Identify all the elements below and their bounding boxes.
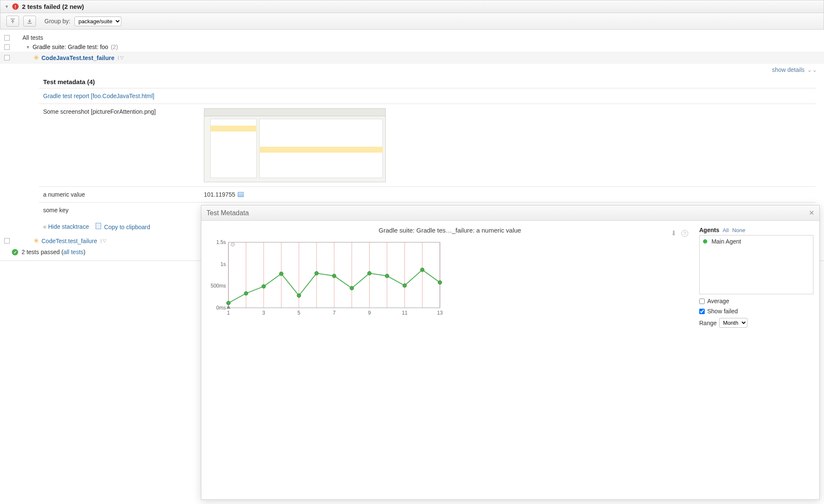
- star-icon: ✳: [33, 237, 39, 245]
- hide-prefix: «: [43, 223, 47, 230]
- chart-area: ⬇ ? Gradle suite: Gradle tes…_failure: a…: [207, 227, 692, 264]
- some-key: some key: [43, 207, 195, 214]
- details-link-row: show details ⌄⌄: [0, 64, 824, 76]
- agents-all-link[interactable]: All: [722, 227, 728, 233]
- download-icon[interactable]: ⬇: [671, 229, 676, 237]
- svg-text:1s: 1s: [220, 261, 226, 264]
- help-icon[interactable]: ?: [681, 230, 688, 237]
- gear-icon[interactable]: ⚙: [230, 241, 236, 248]
- passed-text: 2 tests passed (: [22, 249, 63, 255]
- checkbox[interactable]: [4, 238, 10, 244]
- download-button[interactable]: [23, 16, 36, 27]
- collapse-up-button[interactable]: [6, 16, 19, 27]
- show-details-link[interactable]: show details: [772, 66, 805, 73]
- caret-down-icon[interactable]: ▼: [26, 45, 30, 49]
- agents-area: Agents All None Main Agent Average Show …: [699, 227, 813, 264]
- all-tests-row[interactable]: All tests: [0, 33, 824, 42]
- checkbox[interactable]: [4, 35, 10, 41]
- numeric-key: a numeric value: [43, 191, 195, 198]
- agents-title: Agents: [699, 227, 719, 233]
- arrow-up-bar-icon: [10, 18, 16, 24]
- group-by-select[interactable]: package/suite: [74, 16, 121, 26]
- disclosure-caret-icon[interactable]: ▼: [5, 4, 9, 9]
- download-icon: [27, 18, 33, 24]
- header-title: 2 tests failed (2 new): [22, 3, 84, 10]
- agent-name: Main Agent: [711, 238, 741, 245]
- test-name-2[interactable]: CodeTest.test_failure: [41, 238, 97, 244]
- copy-clipboard-link[interactable]: Copy to clipboard: [104, 224, 150, 230]
- group-by-label: Group by:: [44, 18, 70, 25]
- test-metadata-panel: Test Metadata ✕ ⬇ ? Gradle suite: Gradle…: [201, 205, 820, 264]
- meta-row-screenshot: Some screenshot [pictureForAttention.png…: [39, 104, 816, 186]
- tests-failed-header: ▼ ! 2 tests failed (2 new): [0, 0, 824, 13]
- hide-stacktrace-link[interactable]: Hide stacktrace: [48, 223, 89, 230]
- star-icon: ✳: [33, 54, 39, 62]
- pipe-caret-icon[interactable]: | ▽: [118, 55, 124, 60]
- all-tests-label: All tests: [22, 34, 43, 41]
- test-name-1[interactable]: CodeJavaTest.test_failure: [41, 55, 114, 61]
- agents-list: Main Agent: [699, 235, 813, 264]
- panel-header: Test Metadata ✕: [201, 205, 819, 221]
- svg-text:1.5s: 1.5s: [216, 239, 226, 245]
- close-icon[interactable]: ✕: [809, 209, 814, 217]
- checkbox[interactable]: [4, 44, 10, 50]
- panel-title: Test Metadata: [206, 209, 249, 217]
- suite-count: (2): [111, 44, 118, 50]
- passed-suffix: ): [83, 249, 85, 255]
- agents-none-link[interactable]: None: [732, 227, 745, 233]
- toolbar: Group by: package/suite: [0, 13, 824, 30]
- gradle-report-link[interactable]: Gradle test report [foo.CodeJavaTest.htm…: [43, 93, 154, 99]
- meta-row-numeric: a numeric value 101.119755: [39, 186, 816, 202]
- agent-item[interactable]: Main Agent: [703, 238, 810, 245]
- pass-icon: ✓: [12, 249, 18, 255]
- chevron-down-double-icon[interactable]: ⌄⌄: [807, 66, 817, 73]
- line-chart[interactable]: 0ms500ms1s1.5s135791113: [207, 238, 444, 264]
- all-tests-link[interactable]: all tests: [63, 249, 83, 255]
- meta-row-report: Gradle test report [foo.CodeJavaTest.htm…: [39, 88, 816, 104]
- chart-icon[interactable]: [238, 192, 244, 197]
- copy-icon: [96, 223, 101, 229]
- numeric-value: 101.119755: [204, 191, 235, 198]
- checkbox[interactable]: [4, 55, 10, 60]
- screenshot-thumbnail[interactable]: [204, 108, 386, 182]
- fail-icon: !: [12, 3, 19, 10]
- suite-name: Gradle suite: Gradle test: foo: [33, 44, 108, 50]
- suite-row[interactable]: ▼ Gradle suite: Gradle test: foo (2): [0, 42, 824, 52]
- agent-status-dot-icon: [703, 239, 707, 244]
- test-row-1[interactable]: ✳ CodeJavaTest.test_failure | ▽: [0, 52, 824, 64]
- screenshot-label: Some screenshot [pictureForAttention.png…: [43, 108, 195, 115]
- chart-title: Gradle suite: Gradle tes…_failure: a num…: [207, 227, 692, 234]
- pipe-caret-icon[interactable]: | ▽: [101, 238, 107, 244]
- metadata-title: Test metadata (4): [39, 76, 816, 88]
